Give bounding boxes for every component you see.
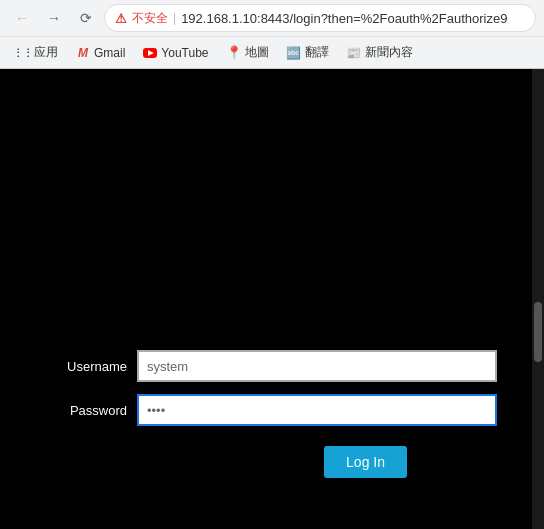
bookmark-maps-label: 地圖 xyxy=(245,44,269,61)
translate-icon: 🔤 xyxy=(287,46,301,60)
bookmark-youtube-label: YouTube xyxy=(161,46,208,60)
bookmark-gmail-label: Gmail xyxy=(94,46,125,60)
bookmark-maps[interactable]: 📍 地圖 xyxy=(219,41,277,64)
reload-button[interactable]: ⟳ xyxy=(72,4,100,32)
address-bar[interactable]: ⚠ 不安全 | 192.168.1.10:8443/login?then=%2F… xyxy=(104,4,536,32)
bookmark-news-label: 新聞內容 xyxy=(365,44,413,61)
youtube-icon: ▶ xyxy=(143,46,157,60)
username-label: Username xyxy=(47,359,137,374)
warning-icon: ⚠ xyxy=(115,11,127,26)
url-text: 192.168.1.10:8443/login?then=%2Foauth%2F… xyxy=(181,11,525,26)
password-input[interactable] xyxy=(137,394,497,426)
username-row: Username xyxy=(47,350,497,382)
url-separator: | xyxy=(173,11,176,25)
username-input[interactable] xyxy=(137,350,497,382)
bookmark-news[interactable]: 📰 新聞內容 xyxy=(339,41,421,64)
bookmark-translate[interactable]: 🔤 翻譯 xyxy=(279,41,337,64)
nav-bar: ← → ⟳ ⚠ 不安全 | 192.168.1.10:8443/login?th… xyxy=(0,0,544,36)
password-label: Password xyxy=(47,403,137,418)
news-icon: 📰 xyxy=(347,46,361,60)
page-content: Username Password Log In xyxy=(0,69,544,529)
submit-row: Log In xyxy=(47,442,497,478)
gmail-icon: M xyxy=(76,46,90,60)
bookmark-youtube[interactable]: ▶ YouTube xyxy=(135,43,216,63)
browser-chrome: ← → ⟳ ⚠ 不安全 | 192.168.1.10:8443/login?th… xyxy=(0,0,544,69)
bookmark-apps-label: 应用 xyxy=(34,44,58,61)
bookmarks-bar: ⋮⋮ 应用 M Gmail ▶ YouTube 📍 地圖 🔤 翻譯 📰 新聞內容 xyxy=(0,36,544,68)
bookmark-apps[interactable]: ⋮⋮ 应用 xyxy=(8,41,66,64)
maps-icon: 📍 xyxy=(227,46,241,60)
login-button[interactable]: Log In xyxy=(324,446,407,478)
bookmark-gmail[interactable]: M Gmail xyxy=(68,43,133,63)
login-form: Username Password Log In xyxy=(0,350,544,490)
bookmark-translate-label: 翻譯 xyxy=(305,44,329,61)
password-row: Password xyxy=(47,394,497,426)
back-button[interactable]: ← xyxy=(8,4,36,32)
forward-button[interactable]: → xyxy=(40,4,68,32)
insecure-label: 不安全 xyxy=(132,10,168,27)
apps-icon: ⋮⋮ xyxy=(16,46,30,60)
